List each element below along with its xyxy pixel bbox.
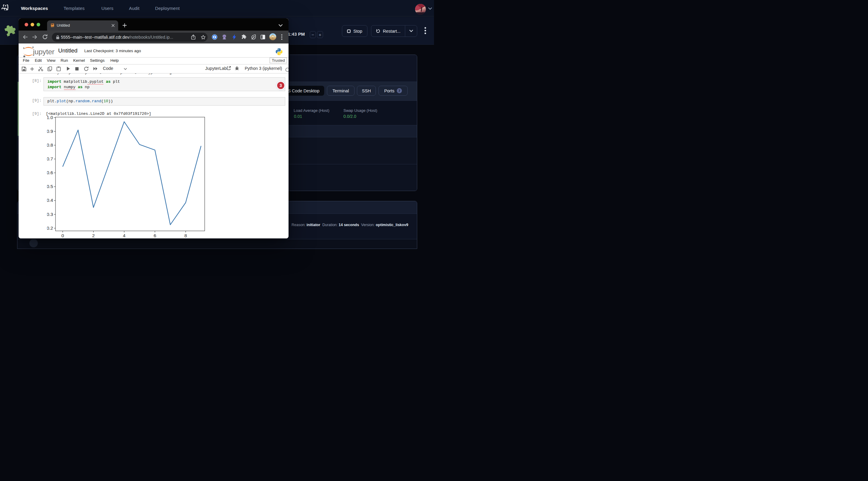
svg-text:0.9: 0.9 [47,129,53,134]
svg-text:0.4: 0.4 [47,198,53,203]
svg-text:0.8: 0.8 [47,142,53,148]
svg-text:0.2: 0.2 [47,225,53,231]
svg-text:0.7: 0.7 [47,156,53,161]
svg-text:4: 4 [123,233,126,237]
svg-text:0: 0 [61,233,64,237]
svg-text:0.6: 0.6 [47,170,53,175]
svg-text:8: 8 [184,233,187,237]
svg-text:0.5: 0.5 [47,184,53,189]
svg-text:1.0: 1.0 [47,115,53,120]
svg-text:6: 6 [154,233,156,237]
svg-text:2: 2 [92,233,95,237]
svg-text:0.3: 0.3 [47,212,53,217]
